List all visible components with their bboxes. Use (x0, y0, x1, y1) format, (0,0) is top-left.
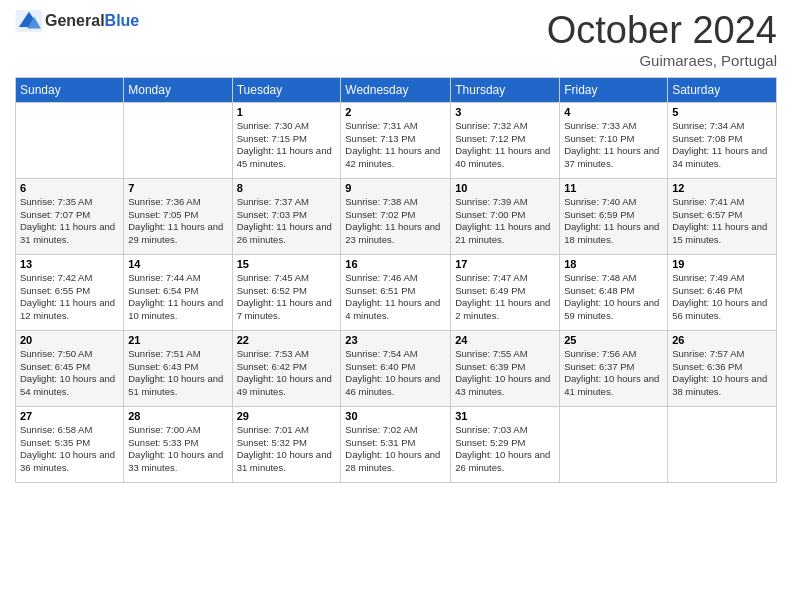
table-row: 10Sunrise: 7:39 AMSunset: 7:00 PMDayligh… (451, 178, 560, 254)
logo-icon (15, 10, 43, 32)
title-area: October 2024 Guimaraes, Portugal (547, 10, 777, 69)
table-row: 9Sunrise: 7:38 AMSunset: 7:02 PMDaylight… (341, 178, 451, 254)
table-row: 3Sunrise: 7:32 AMSunset: 7:12 PMDaylight… (451, 102, 560, 178)
logo-blue: Blue (105, 12, 140, 30)
cell-day-number: 24 (455, 334, 555, 346)
cell-day-number: 27 (20, 410, 119, 422)
cell-day-number: 10 (455, 182, 555, 194)
cell-day-number: 15 (237, 258, 337, 270)
cell-day-number: 12 (672, 182, 772, 194)
table-row: 17Sunrise: 7:47 AMSunset: 6:49 PMDayligh… (451, 254, 560, 330)
cell-day-number: 5 (672, 106, 772, 118)
cell-info: Sunrise: 7:33 AMSunset: 7:10 PMDaylight:… (564, 120, 663, 171)
table-row: 29Sunrise: 7:01 AMSunset: 5:32 PMDayligh… (232, 406, 341, 482)
table-row: 6Sunrise: 7:35 AMSunset: 7:07 PMDaylight… (16, 178, 124, 254)
cell-info: Sunrise: 7:40 AMSunset: 6:59 PMDaylight:… (564, 196, 663, 247)
table-row (560, 406, 668, 482)
table-row: 2Sunrise: 7:31 AMSunset: 7:13 PMDaylight… (341, 102, 451, 178)
cell-info: Sunrise: 7:39 AMSunset: 7:00 PMDaylight:… (455, 196, 555, 247)
cell-day-number: 31 (455, 410, 555, 422)
col-thursday: Thursday (451, 77, 560, 102)
cell-day-number: 22 (237, 334, 337, 346)
cell-info: Sunrise: 7:30 AMSunset: 7:15 PMDaylight:… (237, 120, 337, 171)
table-row: 20Sunrise: 7:50 AMSunset: 6:45 PMDayligh… (16, 330, 124, 406)
cell-info: Sunrise: 7:57 AMSunset: 6:36 PMDaylight:… (672, 348, 772, 399)
cell-info: Sunrise: 6:58 AMSunset: 5:35 PMDaylight:… (20, 424, 119, 475)
cell-day-number: 29 (237, 410, 337, 422)
logo-area: GeneralBlue (15, 10, 139, 32)
cell-info: Sunrise: 7:47 AMSunset: 6:49 PMDaylight:… (455, 272, 555, 323)
cell-day-number: 25 (564, 334, 663, 346)
cell-day-number: 19 (672, 258, 772, 270)
cell-day-number: 9 (345, 182, 446, 194)
table-row: 19Sunrise: 7:49 AMSunset: 6:46 PMDayligh… (668, 254, 777, 330)
table-row: 26Sunrise: 7:57 AMSunset: 6:36 PMDayligh… (668, 330, 777, 406)
cell-info: Sunrise: 7:02 AMSunset: 5:31 PMDaylight:… (345, 424, 446, 475)
cell-day-number: 30 (345, 410, 446, 422)
table-row: 1Sunrise: 7:30 AMSunset: 7:15 PMDaylight… (232, 102, 341, 178)
table-row (668, 406, 777, 482)
table-row: 7Sunrise: 7:36 AMSunset: 7:05 PMDaylight… (124, 178, 232, 254)
cell-info: Sunrise: 7:03 AMSunset: 5:29 PMDaylight:… (455, 424, 555, 475)
cell-info: Sunrise: 7:54 AMSunset: 6:40 PMDaylight:… (345, 348, 446, 399)
col-sunday: Sunday (16, 77, 124, 102)
table-row: 14Sunrise: 7:44 AMSunset: 6:54 PMDayligh… (124, 254, 232, 330)
cell-day-number: 4 (564, 106, 663, 118)
table-row (124, 102, 232, 178)
cell-day-number: 20 (20, 334, 119, 346)
cell-day-number: 1 (237, 106, 337, 118)
cell-info: Sunrise: 7:37 AMSunset: 7:03 PMDaylight:… (237, 196, 337, 247)
table-row: 18Sunrise: 7:48 AMSunset: 6:48 PMDayligh… (560, 254, 668, 330)
col-wednesday: Wednesday (341, 77, 451, 102)
cell-info: Sunrise: 7:44 AMSunset: 6:54 PMDaylight:… (128, 272, 227, 323)
table-row: 25Sunrise: 7:56 AMSunset: 6:37 PMDayligh… (560, 330, 668, 406)
cell-day-number: 7 (128, 182, 227, 194)
cell-day-number: 8 (237, 182, 337, 194)
table-row: 5Sunrise: 7:34 AMSunset: 7:08 PMDaylight… (668, 102, 777, 178)
calendar-week-row: 6Sunrise: 7:35 AMSunset: 7:07 PMDaylight… (16, 178, 777, 254)
table-row: 30Sunrise: 7:02 AMSunset: 5:31 PMDayligh… (341, 406, 451, 482)
cell-day-number: 17 (455, 258, 555, 270)
cell-day-number: 11 (564, 182, 663, 194)
calendar-week-row: 27Sunrise: 6:58 AMSunset: 5:35 PMDayligh… (16, 406, 777, 482)
table-row: 22Sunrise: 7:53 AMSunset: 6:42 PMDayligh… (232, 330, 341, 406)
cell-info: Sunrise: 7:51 AMSunset: 6:43 PMDaylight:… (128, 348, 227, 399)
col-monday: Monday (124, 77, 232, 102)
cell-info: Sunrise: 7:53 AMSunset: 6:42 PMDaylight:… (237, 348, 337, 399)
cell-info: Sunrise: 7:42 AMSunset: 6:55 PMDaylight:… (20, 272, 119, 323)
cell-info: Sunrise: 7:00 AMSunset: 5:33 PMDaylight:… (128, 424, 227, 475)
month-title: October 2024 (547, 10, 777, 52)
cell-info: Sunrise: 7:49 AMSunset: 6:46 PMDaylight:… (672, 272, 772, 323)
table-row (16, 102, 124, 178)
calendar-week-row: 13Sunrise: 7:42 AMSunset: 6:55 PMDayligh… (16, 254, 777, 330)
table-row: 16Sunrise: 7:46 AMSunset: 6:51 PMDayligh… (341, 254, 451, 330)
cell-info: Sunrise: 7:41 AMSunset: 6:57 PMDaylight:… (672, 196, 772, 247)
logo-general: General (45, 12, 105, 30)
cell-info: Sunrise: 7:55 AMSunset: 6:39 PMDaylight:… (455, 348, 555, 399)
cell-info: Sunrise: 7:31 AMSunset: 7:13 PMDaylight:… (345, 120, 446, 171)
cell-info: Sunrise: 7:48 AMSunset: 6:48 PMDaylight:… (564, 272, 663, 323)
table-row: 13Sunrise: 7:42 AMSunset: 6:55 PMDayligh… (16, 254, 124, 330)
cell-info: Sunrise: 7:56 AMSunset: 6:37 PMDaylight:… (564, 348, 663, 399)
cell-info: Sunrise: 7:38 AMSunset: 7:02 PMDaylight:… (345, 196, 446, 247)
col-friday: Friday (560, 77, 668, 102)
calendar-week-row: 20Sunrise: 7:50 AMSunset: 6:45 PMDayligh… (16, 330, 777, 406)
table-row: 21Sunrise: 7:51 AMSunset: 6:43 PMDayligh… (124, 330, 232, 406)
cell-day-number: 2 (345, 106, 446, 118)
cell-info: Sunrise: 7:36 AMSunset: 7:05 PMDaylight:… (128, 196, 227, 247)
cell-day-number: 14 (128, 258, 227, 270)
cell-info: Sunrise: 7:50 AMSunset: 6:45 PMDaylight:… (20, 348, 119, 399)
calendar: Sunday Monday Tuesday Wednesday Thursday… (15, 77, 777, 483)
page: GeneralBlue October 2024 Guimaraes, Port… (0, 0, 792, 612)
table-row: 11Sunrise: 7:40 AMSunset: 6:59 PMDayligh… (560, 178, 668, 254)
table-row: 23Sunrise: 7:54 AMSunset: 6:40 PMDayligh… (341, 330, 451, 406)
cell-day-number: 3 (455, 106, 555, 118)
col-saturday: Saturday (668, 77, 777, 102)
table-row: 12Sunrise: 7:41 AMSunset: 6:57 PMDayligh… (668, 178, 777, 254)
table-row: 27Sunrise: 6:58 AMSunset: 5:35 PMDayligh… (16, 406, 124, 482)
cell-day-number: 23 (345, 334, 446, 346)
cell-info: Sunrise: 7:46 AMSunset: 6:51 PMDaylight:… (345, 272, 446, 323)
table-row: 4Sunrise: 7:33 AMSunset: 7:10 PMDaylight… (560, 102, 668, 178)
header: GeneralBlue October 2024 Guimaraes, Port… (15, 10, 777, 69)
cell-day-number: 13 (20, 258, 119, 270)
